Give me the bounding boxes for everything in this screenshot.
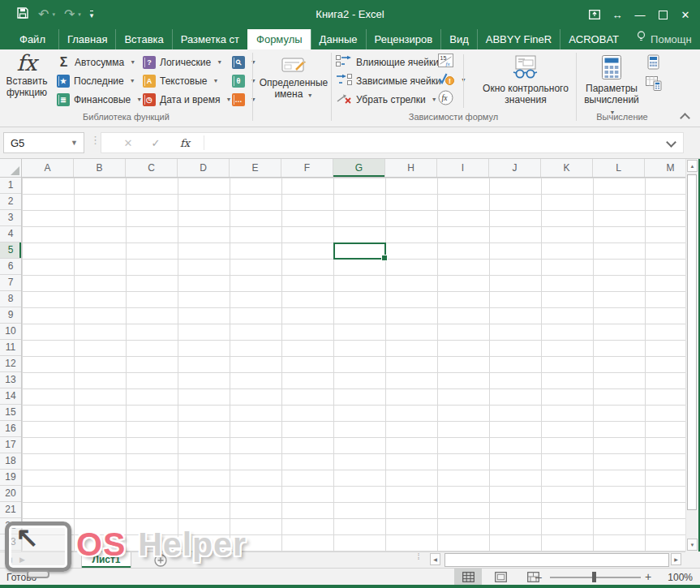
row-header[interactable]: 15 xyxy=(0,405,21,421)
collapse-ribbon-icon[interactable] xyxy=(680,113,690,123)
row-header[interactable]: 9 xyxy=(0,307,21,324)
calculate-sheet-button[interactable] xyxy=(646,76,662,93)
tell-me-tab[interactable]: Помощн xyxy=(627,29,700,49)
column-header[interactable]: J xyxy=(489,159,541,177)
column-header[interactable]: A xyxy=(22,159,74,177)
formula-bar[interactable]: ✕ ✓ fx xyxy=(101,132,684,153)
next-sheet-icon[interactable]: ▶ xyxy=(19,556,25,564)
row-header[interactable]: 16 xyxy=(0,421,21,437)
row-header[interactable]: 20 xyxy=(0,486,21,502)
zoom-out-button[interactable]: – xyxy=(535,570,542,583)
scroll-up-icon[interactable]: ▲ xyxy=(687,160,698,172)
sheet-tab[interactable]: Лист1 xyxy=(81,552,131,568)
row-header[interactable]: 8 xyxy=(0,291,21,307)
cancel-entry-icon[interactable]: ✕ xyxy=(116,133,140,152)
redo-icon[interactable]: ↷ xyxy=(64,8,75,21)
minimize-button[interactable]: — xyxy=(629,0,651,29)
error-checking-button[interactable]: ! ▼ xyxy=(438,71,466,88)
redo-dropdown-icon[interactable]: ▾ xyxy=(78,11,81,18)
row-header[interactable]: 2 xyxy=(0,194,21,210)
ribbon-display-options-icon[interactable] xyxy=(583,0,606,29)
row-header[interactable]: 10 xyxy=(0,324,21,340)
scroll-left-icon[interactable]: ◀ xyxy=(430,553,440,565)
confirm-entry-icon[interactable]: ✓ xyxy=(144,133,168,152)
ribbon-tab[interactable]: Вид xyxy=(440,29,477,49)
save-icon[interactable] xyxy=(16,6,29,23)
column-header[interactable]: B xyxy=(74,159,126,177)
name-box-dropdown-icon[interactable]: ▼ xyxy=(71,139,84,147)
column-header[interactable]: L xyxy=(593,159,645,177)
row-header[interactable]: 5 xyxy=(0,242,21,259)
ribbon-tab[interactable]: ACROBAT xyxy=(560,29,627,49)
column-header[interactable]: C xyxy=(126,159,178,177)
calculation-options-button[interactable]: Параметры вычислений ▼ xyxy=(581,52,642,118)
name-box[interactable]: G5 ▼ xyxy=(3,132,84,153)
normal-view-button[interactable] xyxy=(454,569,482,585)
column-header[interactable]: G xyxy=(333,159,385,177)
autosum-button[interactable]: Σ Автосумма▼ xyxy=(57,54,135,71)
vertical-scrollbar[interactable]: ▲ ▼ xyxy=(685,159,698,552)
ribbon-tab[interactable]: Рецензиров xyxy=(366,29,441,49)
column-header[interactable]: F xyxy=(281,159,333,177)
insert-function-button[interactable]: fx Вставить функцию xyxy=(2,51,52,109)
column-header[interactable]: M xyxy=(645,159,685,177)
remove-arrows-button[interactable]: Убрать стрелки▼ xyxy=(336,91,437,108)
ribbon-tab[interactable]: Разметка ст xyxy=(172,29,247,49)
defined-names-button[interactable]: Определенные имена ▼ xyxy=(258,53,329,101)
column-header[interactable]: D xyxy=(178,159,230,177)
page-layout-view-button[interactable] xyxy=(487,569,514,585)
logical-functions-button[interactable]: ? Логические▼ xyxy=(143,54,222,71)
column-header[interactable]: K xyxy=(541,159,593,177)
recent-functions-button[interactable]: ★ Последние▼ xyxy=(57,72,135,89)
tab-bar-splitter[interactable]: ⁞ xyxy=(415,553,422,560)
ribbon-tab[interactable]: Файл xyxy=(6,29,58,49)
selected-cell[interactable] xyxy=(333,242,386,260)
insert-function-fx-icon[interactable]: fx xyxy=(173,133,197,152)
row-header[interactable]: 1 xyxy=(0,178,21,194)
undo-icon[interactable]: ↶ xyxy=(38,8,49,21)
row-header[interactable]: 11 xyxy=(0,340,21,356)
row-header[interactable]: 21 xyxy=(0,502,21,518)
watch-window-button[interactable]: Окно контрольного значения xyxy=(477,52,574,105)
scroll-down-icon[interactable]: ▼ xyxy=(687,539,698,551)
zoom-level[interactable]: 100% xyxy=(659,572,693,583)
trace-precedents-button[interactable]: Влияющие ячейки xyxy=(336,54,439,71)
show-formulas-button[interactable]: 15fx xyxy=(438,53,453,70)
row-header[interactable]: 3 xyxy=(0,210,21,226)
ribbon-tab[interactable]: Главная xyxy=(58,29,115,49)
row-header[interactable]: 12 xyxy=(0,356,21,372)
previous-sheet-icon[interactable]: ◀ xyxy=(6,556,12,564)
ribbon-tab[interactable]: Данные xyxy=(311,29,366,49)
ribbon-tab[interactable]: Вставка xyxy=(115,29,171,49)
customize-qat-icon[interactable]: ▾ xyxy=(90,11,94,19)
close-button[interactable]: ✕ xyxy=(674,0,697,29)
row-header[interactable]: 17 xyxy=(0,437,21,453)
vertical-scrollbar-thumb[interactable] xyxy=(687,174,697,510)
expand-formula-bar-icon[interactable] xyxy=(666,137,676,148)
formula-bar-resize-handle[interactable]: ⋮ xyxy=(90,134,99,146)
scroll-right-icon[interactable]: ▶ xyxy=(671,553,681,565)
calculate-now-button[interactable] xyxy=(647,54,659,71)
trace-dependents-button[interactable]: Зависимые ячейки xyxy=(336,72,441,89)
row-header[interactable]: 18 xyxy=(0,453,21,470)
page-break-view-button[interactable] xyxy=(519,569,547,585)
horizontal-scrollbar-thumb[interactable] xyxy=(444,553,669,567)
ribbon-tab[interactable]: Формулы xyxy=(247,29,311,49)
column-header[interactable]: E xyxy=(230,159,281,177)
zoom-slider-thumb[interactable] xyxy=(592,572,596,582)
datetime-functions-button[interactable]: ◷ Дата и время▼ xyxy=(143,91,231,108)
column-header[interactable]: I xyxy=(437,159,489,177)
column-header[interactable]: H xyxy=(385,159,437,177)
financial-functions-button[interactable]: ≣ Финансовые▼ xyxy=(57,91,142,108)
row-header[interactable]: 19 xyxy=(0,470,21,486)
evaluate-formula-button[interactable]: fx xyxy=(438,90,453,107)
row-header[interactable]: 6 xyxy=(0,259,21,275)
zoom-in-button[interactable]: + xyxy=(645,570,651,583)
ribbon-tab[interactable]: ABBYY FineR xyxy=(477,29,560,49)
row-header[interactable]: 4 xyxy=(0,226,21,242)
worksheet-grid[interactable] xyxy=(22,178,685,552)
row-header[interactable]: 22 xyxy=(0,518,21,534)
maximize-button[interactable] xyxy=(651,0,674,29)
undo-dropdown-icon[interactable]: ▾ xyxy=(52,11,55,18)
text-functions-button[interactable]: A Текстовые▼ xyxy=(143,72,218,89)
